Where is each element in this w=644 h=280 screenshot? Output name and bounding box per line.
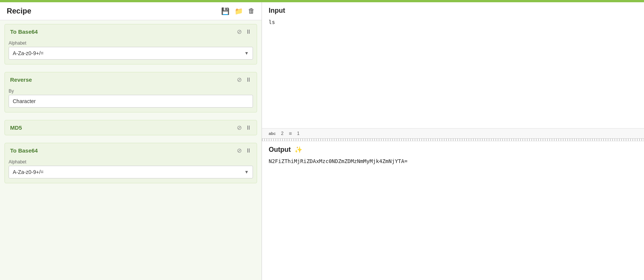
recipe-block-4-header: To Base64 ⊘ ⏸ [5, 143, 257, 158]
input-header: Input [262, 2, 644, 18]
alphabet-select-1[interactable]: A-Za-z0-9+/= [9, 47, 253, 59]
char-count-icon: abc [269, 131, 276, 136]
main-layout: Recipe 💾 📁 🗑 To Base64 ⊘ ⏸ Alphabet [0, 2, 644, 280]
recipe-block-4-controls: ⊘ ⏸ [237, 147, 251, 154]
block-4-disable-icon[interactable]: ⊘ [237, 147, 242, 154]
recipe-block-3-controls: ⊘ ⏸ [237, 124, 251, 131]
delete-icon[interactable]: 🗑 [248, 7, 255, 15]
resize-handle[interactable] [262, 139, 644, 141]
save-icon[interactable]: 💾 [221, 7, 229, 15]
by-field-input[interactable] [9, 95, 253, 108]
recipe-block-3-title: MD5 [10, 124, 22, 131]
recipe-header: Recipe 💾 📁 🗑 [0, 2, 262, 20]
recipe-block-2-controls: ⊘ ⏸ [237, 76, 251, 83]
recipe-block-1-header: To Base64 ⊘ ⏸ [5, 24, 257, 39]
right-panel: Input ls abc 2 ≡ 1 Output ✨ N2FiZThiMjRi… [262, 2, 644, 280]
line-count-value: 1 [297, 131, 300, 136]
alphabet-select-2[interactable]: A-Za-z0-9+/= [9, 166, 253, 178]
recipe-block-reverse: Reverse ⊘ ⏸ By [4, 72, 257, 112]
block-3-disable-icon[interactable]: ⊘ [237, 124, 242, 131]
recipe-block-1-title: To Base64 [10, 28, 38, 35]
recipe-block-4-title: To Base64 [10, 147, 38, 154]
folder-icon[interactable]: 📁 [235, 7, 243, 15]
magic-wand-icon[interactable]: ✨ [294, 146, 302, 154]
output-title: Output [269, 146, 291, 154]
char-count-value: 2 [281, 131, 284, 136]
block-3-pause-icon[interactable]: ⏸ [245, 124, 251, 131]
recipe-title: Recipe [7, 7, 31, 15]
block-4-pause-icon[interactable]: ⏸ [245, 147, 251, 154]
recipe-block-2-body: By [5, 88, 257, 112]
recipe-block-2-title: Reverse [10, 76, 32, 83]
block-2-pause-icon[interactable]: ⏸ [245, 76, 251, 83]
line-count-icon: ≡ [289, 130, 292, 136]
alphabet-field-2-group: Alphabet A-Za-z0-9+/= ▼ [9, 159, 253, 178]
recipe-block-1-controls: ⊘ ⏸ [237, 28, 251, 35]
alphabet-field-1-label: Alphabet [9, 40, 253, 46]
recipe-block-3-header: MD5 ⊘ ⏸ [5, 120, 257, 135]
by-field-group: By [9, 88, 253, 108]
recipe-header-icons: 💾 📁 🗑 [221, 7, 255, 15]
by-field-label: By [9, 88, 253, 94]
output-section: Output ✨ N2FiZThiMjRiZDAxMzc0NDZmZDMzNmM… [262, 141, 644, 280]
block-1-pause-icon[interactable]: ⏸ [245, 28, 251, 35]
output-textarea[interactable]: N2FiZThiMjRiZDAxMzc0NDZmZDMzNmMyMjk4ZmNj… [262, 157, 644, 280]
left-panel: Recipe 💾 📁 🗑 To Base64 ⊘ ⏸ Alphabet [0, 2, 262, 280]
recipe-block-to-base64-2: To Base64 ⊘ ⏸ Alphabet A-Za-z0-9+/= ▼ [4, 143, 257, 183]
block-1-disable-icon[interactable]: ⊘ [237, 28, 242, 35]
input-textarea[interactable]: ls [262, 18, 644, 128]
input-status-bar: abc 2 ≡ 1 [262, 128, 644, 139]
alphabet-select-2-wrapper[interactable]: A-Za-z0-9+/= ▼ [9, 166, 253, 178]
block-2-disable-icon[interactable]: ⊘ [237, 76, 242, 83]
recipe-block-to-base64-1: To Base64 ⊘ ⏸ Alphabet A-Za-z0-9+/= ▼ [4, 24, 257, 64]
recipe-block-4-body: Alphabet A-Za-z0-9+/= ▼ [5, 159, 257, 183]
alphabet-field-2-label: Alphabet [9, 159, 253, 165]
recipe-block-1-body: Alphabet A-Za-z0-9+/= ▼ [5, 40, 257, 64]
alphabet-select-1-wrapper[interactable]: A-Za-z0-9+/= ▼ [9, 47, 253, 60]
recipe-block-2-header: Reverse ⊘ ⏸ [5, 72, 257, 87]
input-section: Input ls abc 2 ≡ 1 [262, 2, 644, 141]
recipe-block-md5: MD5 ⊘ ⏸ [4, 120, 257, 135]
alphabet-field-1-group: Alphabet A-Za-z0-9+/= ▼ [9, 40, 253, 60]
output-header: Output ✨ [262, 141, 644, 157]
